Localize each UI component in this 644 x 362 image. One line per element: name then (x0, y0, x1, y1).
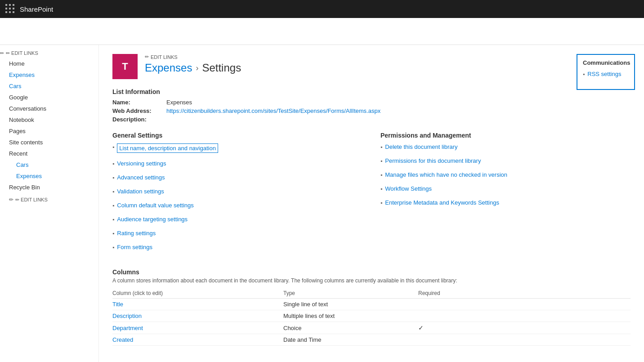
list-info-title: List Information (112, 88, 631, 95)
col-description-link[interactable]: Description (112, 313, 142, 319)
col-department-required: ✓ (418, 322, 631, 334)
sidebar-item-recent-expenses[interactable]: Expenses (0, 170, 98, 182)
col-department-type: Choice (283, 322, 418, 334)
sidebar-item-google[interactable]: Google (0, 92, 98, 103)
gs-link-label-5[interactable]: Audience targeting settings (117, 216, 188, 223)
col-title-link[interactable]: Title (112, 301, 123, 308)
col-created-required (418, 334, 631, 346)
page-edit-links[interactable]: ✏ EDIT LINKS (145, 54, 241, 60)
gs-link-label-0[interactable]: List name, description and navigation (117, 143, 218, 153)
page-header: T ✏ EDIT LINKS Expenses › Settings (112, 54, 631, 79)
table-row: Description Multiple lines of text (112, 310, 631, 322)
pm-link-label-4[interactable]: Enterprise Metadata and Keywords Setting… (385, 199, 499, 206)
communications-title: Communications (583, 59, 629, 66)
col-title-required (418, 299, 631, 310)
columns-title: Columns (112, 268, 631, 276)
columns-section: Columns A column stores information abou… (112, 268, 631, 346)
sidebar-edit-links[interactable]: ✏ ✏ EDIT LINKS (0, 193, 98, 206)
page-title-area: ✏ EDIT LINKS Expenses › Settings (145, 54, 241, 74)
sidebar-item-recent-cars[interactable]: Cars (0, 159, 98, 170)
name-label: Name: (112, 99, 166, 106)
list-info-section: List Information Name: Expenses Web Addr… (112, 88, 631, 123)
breadcrumb: Expenses › Settings (145, 62, 241, 74)
gs-link-0: ▪ List name, description and navigation (112, 143, 362, 156)
pm-link-3: ▪ Workflow Settings (380, 185, 631, 196)
web-address-label: Web Address: (112, 107, 166, 114)
edit-pencil-icon-bottom: ✏ (9, 197, 13, 203)
col-created-type: Date and Time (283, 334, 418, 346)
gs-link-6: ▪ Rating settings (112, 230, 362, 240)
pm-link-1: ▪ Permissions for this document library (380, 157, 631, 168)
gs-link-5: ▪ Audience targeting settings (112, 216, 362, 226)
edit-pencil-icon: ✏ (0, 50, 4, 56)
app-title: SharePoint (20, 5, 53, 13)
communications-rss-item: ▪ RSS settings (583, 71, 629, 81)
gs-link-label-3[interactable]: Validation settings (117, 188, 164, 195)
general-settings-col: General Settings ▪ List name, descriptio… (112, 132, 362, 258)
table-row: Title Single line of text (112, 299, 631, 310)
topbar: SharePoint (0, 0, 644, 18)
breadcrumb-current: Settings (202, 62, 241, 74)
rss-settings-link[interactable]: RSS settings (587, 71, 621, 77)
gs-link-4: ▪ Column default value settings (112, 202, 362, 212)
edit-pencil-icon-header: ✏ (145, 54, 149, 60)
pm-link-label-3[interactable]: Workflow Settings (385, 185, 432, 192)
sidebar-item-recent: Recent (0, 148, 98, 159)
pm-link-0: ▪ Delete this document library (380, 143, 631, 154)
sidebar: ✏ ✏ EDIT LINKS Home Expenses Cars Google… (0, 45, 99, 362)
web-address-value: https://citizenbuilders.sharepoint.com/s… (166, 107, 380, 114)
gs-link-label-2[interactable]: Advanced settings (117, 174, 165, 181)
gs-link-label-6[interactable]: Rating settings (117, 230, 156, 237)
col-description-type: Multiple lines of text (283, 310, 418, 322)
gs-link-label-4[interactable]: Column default value settings (117, 202, 194, 209)
communications-box: Communications ▪ RSS settings (577, 54, 635, 90)
columns-table: Column (click to edit) Type Required Tit… (112, 288, 631, 346)
content-area: T ✏ EDIT LINKS Expenses › Settings Commu… (99, 45, 644, 362)
bullet-icon: ▪ (583, 71, 585, 77)
col-created-link[interactable]: Created (112, 336, 133, 343)
sidebar-item-home[interactable]: Home (0, 58, 98, 69)
subheader (0, 18, 644, 45)
permissions-col: Permissions and Management ▪ Delete this… (380, 132, 631, 258)
col-description-required (418, 310, 631, 322)
description-label: Description: (112, 116, 166, 123)
breadcrumb-home[interactable]: Expenses (145, 62, 192, 74)
info-row-web-address: Web Address: https://citizenbuilders.sha… (112, 107, 631, 114)
edit-links-top[interactable]: ✏ ✏ EDIT LINKS (0, 50, 98, 56)
col-header-type: Type (283, 288, 418, 299)
site-icon: T (112, 54, 138, 79)
sidebar-item-notebook[interactable]: Notebook (0, 114, 98, 125)
table-row: Created Date and Time (112, 334, 631, 346)
permissions-title: Permissions and Management (380, 132, 631, 139)
gs-link-1: ▪ Versioning settings (112, 160, 362, 170)
sidebar-item-site-contents[interactable]: Site contents (0, 137, 98, 148)
info-row-description: Description: (112, 116, 631, 123)
sidebar-item-conversations[interactable]: Conversations (0, 103, 98, 114)
sidebar-item-recycle-bin[interactable]: Recycle Bin (0, 182, 98, 193)
sidebar-item-expenses[interactable]: Expenses (0, 69, 98, 80)
sidebar-item-pages[interactable]: Pages (0, 125, 98, 137)
info-row-name: Name: Expenses (112, 99, 631, 106)
col-department-link[interactable]: Department (112, 325, 143, 331)
columns-description: A column stores information about each d… (112, 277, 631, 284)
pm-link-2: ▪ Manage files which have no checked in … (380, 171, 631, 182)
app-grid-icon[interactable] (5, 4, 15, 14)
col-header-required: Required (418, 288, 631, 299)
pm-link-label-0[interactable]: Delete this document library (385, 143, 457, 150)
gs-link-label-7[interactable]: Form settings (117, 244, 152, 250)
col-title-type: Single line of text (283, 299, 418, 310)
col-header-column: Column (click to edit) (112, 288, 283, 299)
main-layout: ✏ ✏ EDIT LINKS Home Expenses Cars Google… (0, 45, 644, 362)
sidebar-item-cars[interactable]: Cars (0, 80, 98, 92)
gs-link-7: ▪ Form settings (112, 244, 362, 254)
settings-grid: General Settings ▪ List name, descriptio… (112, 132, 631, 258)
general-settings-title: General Settings (112, 132, 362, 139)
pm-link-label-1[interactable]: Permissions for this document library (385, 157, 481, 164)
breadcrumb-separator: › (196, 63, 198, 73)
name-value: Expenses (166, 99, 192, 106)
gs-link-3: ▪ Validation settings (112, 188, 362, 198)
pm-link-4: ▪ Enterprise Metadata and Keywords Setti… (380, 199, 631, 210)
table-row: Department Choice ✓ (112, 322, 631, 334)
gs-link-label-1[interactable]: Versioning settings (117, 160, 166, 167)
pm-link-label-2[interactable]: Manage files which have no checked in ve… (385, 171, 507, 178)
